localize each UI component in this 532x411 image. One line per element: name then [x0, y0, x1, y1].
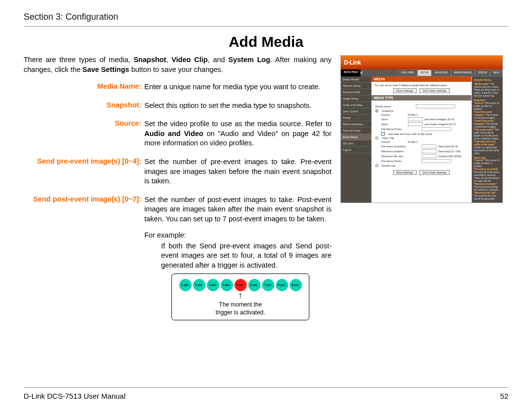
def-snapshot: Snapshot: Select this option to set the … — [24, 101, 332, 111]
hint-item: "Source" The source of profile: profile1… — [474, 159, 500, 168]
send-post-label: Send — [381, 123, 406, 126]
hint-item: "Maximum duration" The maximal recording… — [474, 183, 500, 192]
brand-banner: D-Link — [341, 56, 502, 69]
def-body: Set the number of post-event images to t… — [144, 195, 332, 271]
file-prefix-input[interactable] — [422, 127, 451, 131]
side-setup-wizard[interactable]: Setup Wizard — [341, 76, 371, 83]
source-label: Source: — [381, 113, 406, 116]
tab-advanced[interactable]: ADVANCED — [432, 69, 451, 76]
vfile-prefix-input[interactable] — [422, 159, 451, 163]
pre-count-input[interactable] — [408, 117, 423, 121]
example-label: For example: — [144, 231, 332, 240]
intro-text: , — [166, 56, 171, 64]
prerec-label: Pre-event recording: — [381, 145, 420, 148]
add-date-checkbox[interactable] — [381, 132, 385, 136]
left-column: There are three types of media, Snapshot… — [24, 55, 332, 320]
side-preset[interactable]: Preset — [341, 115, 371, 121]
def-body: Select this option to set the media type… — [144, 101, 332, 111]
side-dynamic-dns[interactable]: Dynamic DNS — [341, 89, 371, 96]
side-lens-control[interactable]: Lens Control — [341, 108, 371, 115]
maxsize-label: Maximum file size: — [381, 155, 420, 158]
media-heading: MEDIA — [371, 76, 471, 82]
post-image-dot: 7 pic. — [262, 279, 274, 291]
pre-image-dot: 4 pic. — [221, 279, 233, 291]
definition-list: Media Name: Enter a unique name for medi… — [24, 82, 332, 270]
top-nav: DCS-7513 / / / LIVE VIDEO SETUP ADVANCED… — [341, 69, 502, 76]
pre-image-dot: 3 pic. — [207, 279, 219, 291]
def-text: Set the video profile to use as the medi… — [144, 120, 332, 128]
file-prefix-label: File Name Prefix: — [381, 128, 420, 131]
pre-image-dot: 2 pic. — [193, 279, 205, 291]
video-radio[interactable] — [375, 137, 378, 139]
hint-item: "Add date and time suffix to file name" … — [474, 140, 500, 155]
post-suffix: post-event image(s) [0~7] — [425, 123, 456, 126]
side-nav: Setup Wizard Network Setup Dynamic DNS I… — [341, 76, 371, 203]
intro-bold: System Log — [229, 56, 270, 64]
media-note-row: You can set at most 5 different media he… — [371, 82, 471, 95]
maxsize-input[interactable] — [422, 154, 436, 158]
media-name-label: Media name: — [375, 105, 414, 108]
prerec-input[interactable] — [422, 144, 436, 148]
def-label: Media Name: — [24, 82, 144, 92]
page-number: 52 — [500, 392, 508, 400]
vsource-value: Profile 1 — [408, 140, 418, 143]
page-title: Add Media — [24, 34, 508, 50]
maxdur-label: Maximum duration: — [381, 150, 420, 153]
save-settings-button-bottom[interactable]: Save Settings — [393, 170, 417, 175]
snapshot-radio[interactable] — [375, 109, 378, 112]
syslog-radio[interactable] — [375, 164, 378, 167]
media-note: You can set at most 5 different media he… — [374, 84, 468, 87]
trigger-image-dot: 5 pic. — [234, 279, 247, 291]
arrow-up-icon: ↑ — [238, 291, 243, 299]
syslog-label: System log — [382, 164, 395, 167]
def-body: Set the video profile to use as the medi… — [144, 119, 332, 148]
hints-heading: Helpful Hints.. — [474, 78, 500, 82]
example-body: If both the Send pre-event images and Se… — [144, 241, 332, 271]
def-label: Send pre-event image(s) [0~4]: — [24, 157, 144, 186]
media-form: Media name: Snapshot Source:Profile 1 Se… — [371, 101, 471, 178]
side-logout[interactable]: Logout — [341, 147, 371, 153]
tab-help[interactable]: HELP — [490, 69, 502, 76]
right-column: D-Link DCS-7513 / / / LIVE VIDEO SETUP A… — [340, 55, 508, 320]
hint-item: "Send Post-event image(s)" The number of… — [474, 120, 500, 129]
diagram-caption: The moment the — [176, 301, 305, 308]
intro-bold: Video Clip — [171, 56, 207, 64]
side-sd-card[interactable]: SD Card — [341, 140, 371, 147]
def-label: Send post-event image(s) [0~7]: — [24, 195, 144, 271]
media-type-heading: MEDIA TYPE — [371, 95, 471, 101]
hint-item: "Maximum file size" The maximal file siz… — [474, 192, 500, 201]
tab-status[interactable]: STATUS — [475, 69, 490, 76]
brand-logo: D-Link — [344, 59, 361, 66]
hint-item: "Source" The source of profile: profile1… — [474, 102, 500, 111]
side-time-date[interactable]: Time and Date — [341, 128, 371, 134]
tab-live-video[interactable]: LIVE VIDEO — [398, 69, 418, 76]
maxdur-suffix: Second(s) [1~100] — [438, 150, 461, 153]
post-count-input[interactable] — [408, 122, 423, 126]
trigger-arrow: ↑ — [176, 292, 305, 300]
intro-bold: Save Settings — [82, 66, 129, 73]
media-name-input[interactable] — [416, 104, 455, 108]
side-image-setup[interactable]: Image Setup — [341, 96, 371, 102]
source-value: Profile 1 — [408, 113, 418, 116]
def-source: Source: Set the video profile to use as … — [24, 119, 332, 148]
def-label: Snapshot: — [24, 101, 144, 111]
def-body: Set the number of pre-event images to ta… — [144, 157, 332, 186]
add-date-label: Add date and time suffix to file name — [388, 133, 432, 136]
side-network-setup[interactable]: Network Setup — [341, 83, 371, 89]
hint-item: "File name prefix" The prefix name will … — [474, 129, 500, 140]
post-image-dot: 6 pic. — [248, 279, 261, 291]
post-image-dot: 8 pic. — [276, 279, 288, 291]
tab-maintenance[interactable]: MAINTENANCE — [451, 69, 475, 76]
maxdur-input[interactable] — [422, 149, 436, 153]
dont-save-button[interactable]: Don't Save Settings — [419, 88, 450, 93]
save-settings-button[interactable]: Save Settings — [393, 88, 417, 93]
side-event-setup[interactable]: Event Setup — [341, 134, 371, 140]
dont-save-button-bottom[interactable]: Don't Save Settings — [419, 170, 450, 175]
def-bold: Audio and Video — [144, 130, 203, 137]
send-pre-label: Send — [381, 118, 406, 121]
side-motion-detection[interactable]: Motion Detection — [341, 121, 371, 128]
side-audio-video[interactable]: Audio and Video — [341, 102, 371, 108]
tab-setup[interactable]: SETUP — [417, 69, 432, 76]
model-label: DCS-7513 — [341, 69, 361, 76]
hint-item: "Send Pre-event image(s)" The number of … — [474, 111, 500, 120]
